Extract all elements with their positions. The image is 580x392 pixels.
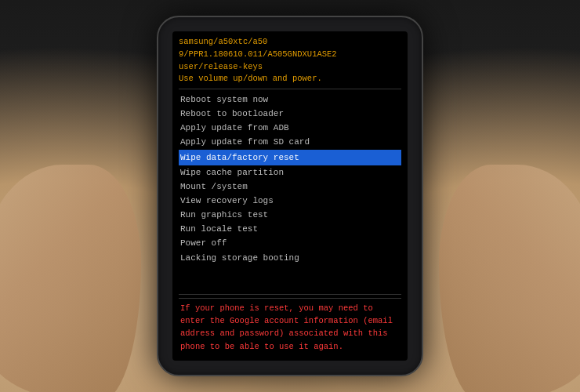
warning-text: If your phone is reset, you may need to …: [180, 302, 400, 353]
menu-item-power-off[interactable]: Power off: [179, 236, 401, 250]
hand-left: [0, 165, 141, 392]
menu-item-reboot-system[interactable]: Reboot system now: [179, 93, 401, 107]
menu-item-view-logs[interactable]: View recovery logs: [179, 194, 401, 208]
menu-item-locale-test[interactable]: Run locale test: [179, 222, 401, 236]
phone-screen: samsung/a50xtc/a50 9/PPR1.180610.011/A50…: [172, 31, 408, 361]
menu-item-apply-sd[interactable]: Apply update from SD card: [179, 135, 401, 149]
recovery-screen: samsung/a50xtc/a50 9/PPR1.180610.011/A50…: [172, 31, 408, 361]
header-line-3: user/release-keys: [179, 61, 401, 74]
scene: samsung/a50xtc/a50 9/PPR1.180610.011/A50…: [0, 0, 580, 392]
header-instruction: Use volume up/down and power.: [179, 73, 401, 85]
menu-item-wipe-cache[interactable]: Wipe cache partition: [179, 165, 401, 180]
menu-item-reboot-bootloader[interactable]: Reboot to bootloader: [179, 107, 401, 121]
warning-section: If your phone is reset, you may need to …: [179, 298, 401, 356]
header-section: samsung/a50xtc/a50 9/PPR1.180610.011/A50…: [179, 36, 401, 89]
menu-item-mount-system[interactable]: Mount /system: [179, 180, 401, 194]
menu-item-wipe-factory[interactable]: Wipe data/factory reset: [179, 150, 401, 165]
menu-item-apply-adb[interactable]: Apply update from ADB: [179, 121, 401, 135]
menu-item-graphics-test[interactable]: Run graphics test: [179, 208, 401, 222]
hand-right: [439, 165, 580, 392]
divider: [179, 294, 401, 295]
menu-item-lacking-storage[interactable]: Lacking storage booting: [179, 251, 401, 265]
header-line-2: 9/PPR1.180610.011/A505GNDXU1ASE2: [179, 49, 401, 61]
phone: samsung/a50xtc/a50 9/PPR1.180610.011/A50…: [157, 16, 423, 376]
menu-section: Reboot system now Reboot to bootloader A…: [179, 93, 401, 291]
header-line-1: samsung/a50xtc/a50: [179, 36, 401, 49]
